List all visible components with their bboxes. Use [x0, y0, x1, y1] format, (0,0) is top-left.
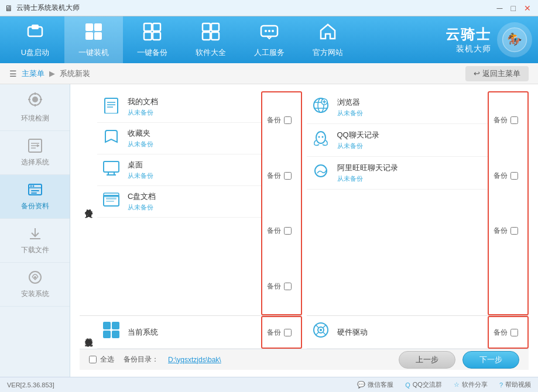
favorites-name: 收藏夹	[128, 128, 259, 139]
mydocs-icon	[100, 96, 123, 118]
install-icon	[84, 22, 103, 45]
backup-system-checkboxes: 备份	[261, 316, 302, 349]
nav-item-service[interactable]: 人工服务	[240, 16, 299, 63]
backup-system-list: 当前系统	[97, 316, 261, 349]
sidebar-item-select[interactable]: 选择系统	[0, 131, 70, 175]
browser-icon	[309, 96, 333, 119]
status-wechat[interactable]: 💬 微信客服	[357, 380, 393, 389]
sidebar-item-download[interactable]: 下载文件	[0, 219, 70, 263]
dir-path[interactable]: D:\yqsxtzjds\bak\	[168, 356, 221, 364]
usb-icon	[26, 22, 44, 45]
qq-status-label: QQ交流群	[413, 380, 442, 389]
minimize-button[interactable]: ─	[495, 4, 505, 13]
help-icon: ?	[499, 381, 503, 388]
prev-button[interactable]: 上一步	[399, 351, 455, 369]
currentsys-name: 当前系统	[128, 327, 259, 338]
svg-rect-48	[103, 322, 111, 329]
breadcrumb-icon: ☰	[9, 69, 17, 78]
svg-rect-7	[153, 23, 160, 31]
svg-rect-45	[106, 198, 116, 200]
breadcrumb-current: 系统新装	[60, 68, 90, 79]
nav-item-software[interactable]: 软件大全	[181, 16, 240, 63]
cb-currentsys-input[interactable]	[284, 329, 292, 336]
status-qq[interactable]: Q QQ交流群	[405, 380, 442, 389]
back-button[interactable]: ↩ 返回主菜单	[465, 66, 529, 81]
share-icon: ☆	[454, 381, 460, 388]
nav-item-backup[interactable]: 一键备份	[123, 16, 181, 63]
sidebar-item-env[interactable]: 环境检测	[0, 84, 70, 131]
backup-icon	[143, 22, 162, 45]
cdocs-info: C盘文档 从未备份	[128, 191, 259, 212]
cb-desktop-input[interactable]	[284, 227, 292, 235]
cb-currentsys-label: 备份	[267, 328, 281, 338]
svg-text:🏇: 🏇	[507, 32, 522, 47]
svg-point-59	[316, 132, 325, 143]
cb-cdocs-input[interactable]	[284, 283, 292, 290]
download-label: 下载文件	[21, 245, 49, 255]
cb-currentsys: 备份	[267, 325, 296, 340]
cb-mydocs-label: 备份	[267, 115, 281, 125]
back-label: 返回主菜单	[482, 68, 520, 79]
download-icon	[28, 226, 43, 243]
title-bar: 🖥 云骑士系统装机大师 ─ □ ✕	[0, 0, 538, 16]
cb-qq-input[interactable]	[510, 172, 518, 180]
list-item-browser: 浏览器 从未备份	[307, 91, 488, 124]
sidebar-item-installsys[interactable]: 安装系统	[0, 263, 70, 307]
nav-install-label: 一键装机	[78, 47, 109, 58]
sidebar-item-backupdata[interactable]: 备份资料	[0, 175, 70, 219]
maximize-button[interactable]: □	[509, 4, 518, 13]
svg-point-29	[30, 185, 32, 187]
svg-rect-36	[105, 98, 118, 114]
cb-mydocs: 备份	[267, 113, 296, 128]
breadcrumb-home[interactable]: 主菜单	[22, 68, 44, 79]
version-label: VER[2.5.36.853]	[7, 381, 54, 388]
env-label: 环境检测	[21, 114, 49, 123]
nav-website-label: 官方网站	[313, 47, 343, 58]
filler-row	[307, 190, 488, 315]
wechat-icon: 💬	[357, 381, 365, 388]
nav-item-website[interactable]: 官方网站	[299, 16, 357, 63]
svg-point-30	[32, 185, 34, 187]
svg-point-60	[318, 136, 320, 138]
cb-favorites-input[interactable]	[284, 172, 292, 180]
hardware-list: 硬件驱动	[307, 316, 488, 349]
app-icon: 🖥	[5, 4, 13, 13]
next-button[interactable]: 下一步	[462, 351, 519, 369]
cdocs-icon	[100, 191, 123, 212]
bottom-bar: 全选 备份目录： D:\yqsxtzjds\bak\ 上一步 下一步	[80, 349, 529, 370]
cb-browser: 备份	[494, 113, 523, 128]
browser-name: 浏览器	[337, 97, 486, 108]
status-share[interactable]: ☆ 软件分享	[454, 380, 488, 389]
cb-mydocs-input[interactable]	[284, 116, 292, 124]
aliww-icon	[309, 161, 333, 184]
right-checkboxes: 备份 备份 备份	[488, 91, 529, 315]
right-half: 浏览器 从未备份 QQ聊天记录	[307, 91, 529, 349]
svg-rect-40	[104, 161, 119, 172]
breadcrumb: ☰ 主菜单 ▶ 系统新装	[9, 68, 90, 79]
mydocs-name: 我的文档	[128, 97, 259, 107]
nav-item-usb[interactable]: U盘启动	[6, 16, 64, 63]
nav-item-install[interactable]: 一键装机	[64, 16, 123, 63]
svg-rect-31	[31, 190, 39, 191]
logo-sub: 装机大师	[456, 44, 491, 54]
favorites-info: 收藏夹 从未备份	[128, 128, 259, 149]
cb-browser-input[interactable]	[510, 116, 518, 124]
cb-desktop-label: 备份	[267, 226, 281, 236]
select-all-checkbox[interactable]	[89, 356, 97, 363]
logo-cn: 云骑士	[446, 25, 491, 44]
nav-bar: U盘启动 一键装机 一键备份 软件大全 人工服务	[0, 16, 538, 63]
qq-status: 从未备份	[337, 142, 486, 150]
right-items-list: 浏览器 从未备份 QQ聊天记录	[307, 91, 488, 315]
svg-rect-12	[203, 32, 210, 40]
svg-point-35	[34, 276, 36, 278]
cb-favorites-label: 备份	[267, 171, 281, 181]
cb-aliww-input[interactable]	[510, 227, 518, 235]
aliww-status: 从未备份	[337, 174, 486, 183]
svg-rect-11	[211, 23, 219, 31]
cb-hardware-input[interactable]	[510, 329, 518, 336]
browser-info: 浏览器 从未备份	[337, 97, 486, 118]
close-button[interactable]: ✕	[522, 4, 533, 13]
status-help[interactable]: ? 帮助视频	[499, 380, 531, 389]
select-all-label[interactable]: 全选	[89, 355, 114, 365]
svg-point-61	[321, 136, 323, 138]
